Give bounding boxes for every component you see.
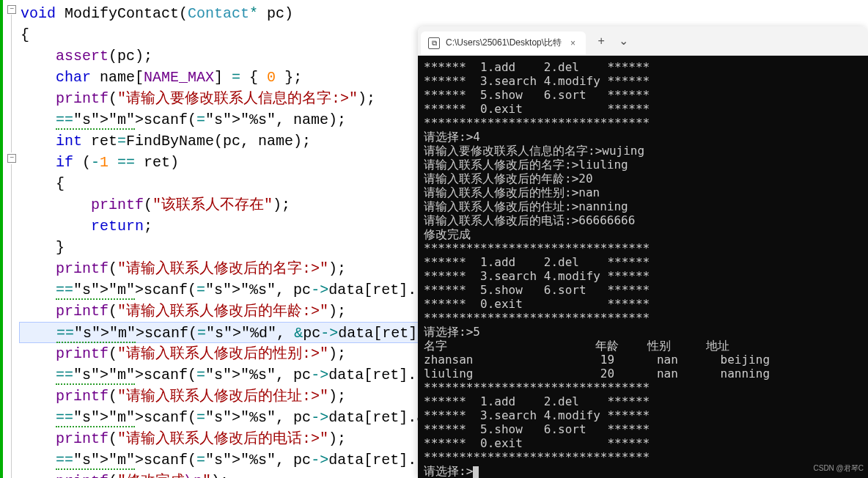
editor-gutter — [6, 0, 19, 478]
terminal-cursor — [473, 466, 479, 478]
terminal-output[interactable]: ****** 1.add 2.del ****** ****** 3.searc… — [418, 56, 868, 478]
terminal-window: ⧉ C:\Users\25061\Desktop\比特 × + ⌄ ******… — [418, 26, 868, 478]
terminal-icon: ⧉ — [428, 37, 440, 49]
tab-active[interactable]: ⧉ C:\Users\25061\Desktop\比特 × — [421, 32, 586, 55]
watermark: CSDN @君琴C — [814, 463, 864, 474]
tab-bar: ⧉ C:\Users\25061\Desktop\比特 × + ⌄ — [418, 26, 868, 56]
code-editor[interactable]: void ModifyContact(Contact* pc){ assert(… — [0, 0, 422, 478]
new-tab-button[interactable]: + — [589, 30, 614, 52]
fold-toggle[interactable] — [7, 5, 16, 14]
fold-line — [11, 164, 12, 478]
fold-toggle[interactable] — [7, 154, 16, 163]
tab-title: C:\Users\25061\Desktop\比特 — [446, 37, 562, 49]
tab-dropdown-button[interactable]: ⌄ — [614, 30, 633, 52]
close-icon[interactable]: × — [567, 38, 578, 48]
fold-line — [11, 15, 12, 152]
code-body[interactable]: void ModifyContact(Contact* pc){ assert(… — [21, 0, 422, 478]
